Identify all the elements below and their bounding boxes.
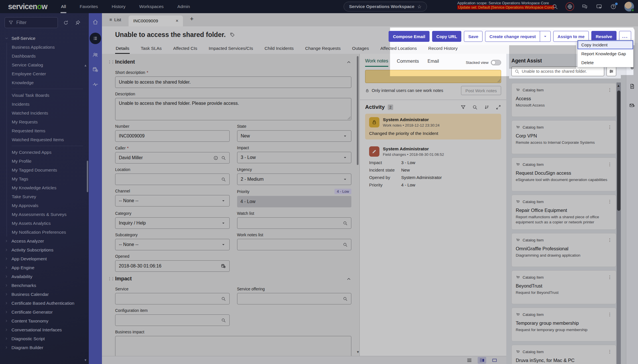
sidebar-item[interactable]: Visual Task Boards (12, 91, 89, 100)
sidebar-group[interactable]: Diagnostic Script (5, 334, 89, 343)
post-worknotes-button[interactable]: Post Work notes (461, 86, 501, 95)
screen-share-button[interactable] (595, 3, 603, 10)
resize-handle[interactable] (497, 79, 500, 82)
topnav-item-favorites[interactable]: Favorites (79, 1, 99, 13)
kebab-icon[interactable]: ⋮ (608, 237, 612, 243)
kebab-icon[interactable]: ⋮ (608, 199, 612, 204)
notes-tab-email[interactable]: Email (428, 59, 439, 66)
sidebar-item[interactable]: My Connected Apps (12, 148, 89, 157)
caret-down-icon[interactable] (543, 34, 548, 39)
activity-filter-button[interactable] (460, 105, 466, 110)
catalog-item-card[interactable]: Catalog Item⋮ Request DocuSign access eS… (511, 158, 616, 191)
record-tab-task-slas[interactable]: Task SLAs (140, 43, 162, 54)
field-subcategory[interactable]: -- None -- (115, 239, 230, 250)
sidebar-group[interactable]: Access Analyzer (5, 237, 89, 245)
catalog-item-card[interactable]: Catalog Item⋮ Temporary group membership… (511, 308, 616, 341)
catalog-item-card[interactable]: Catalog Item⋮ Repair Office Equipment Re… (511, 195, 616, 230)
tab-list[interactable]: ≡List (102, 13, 129, 26)
sidebar-group[interactable]: Content Taxonomy (5, 316, 89, 325)
calendar-clock-icon[interactable] (221, 263, 226, 269)
sidebar-item[interactable]: Employee Center (12, 69, 89, 78)
sidebar-item[interactable]: Business Applications (12, 43, 89, 52)
form-scroll-down-icon[interactable]: ▼ (356, 350, 360, 354)
menu-item-copy-incident[interactable]: Copy Incident (578, 40, 633, 49)
field-caller[interactable]: David Miller (115, 152, 230, 164)
field-short-description[interactable]: Unable to access the shared folder. (115, 76, 351, 88)
field-description[interactable]: Unable to access the shared folder. Plea… (115, 98, 351, 120)
search-settings-button[interactable] (607, 66, 616, 76)
refresh-icon[interactable] (63, 20, 69, 25)
tag-icon[interactable] (230, 32, 235, 38)
field-impact[interactable]: 3 - Low (237, 152, 352, 163)
search-icon[interactable] (221, 156, 226, 160)
sidebar-group[interactable]: Diagram Builder (5, 343, 89, 352)
drag-handle-icon[interactable]: ⋮⋮ (108, 276, 114, 281)
chat-button[interactable] (581, 3, 588, 10)
form-scrollbar[interactable] (357, 56, 359, 165)
sidebar-item[interactable]: My Requests (12, 117, 89, 126)
sidebar-item[interactable]: My Assets Analytics (12, 219, 89, 228)
kebab-icon[interactable]: ⋮ (608, 125, 612, 130)
split-view-icon[interactable] (479, 357, 485, 363)
pin-icon[interactable] (75, 20, 81, 25)
servicenow-logo[interactable]: servicenow (8, 2, 47, 11)
document-icon[interactable] (629, 83, 635, 89)
record-tab-outages[interactable]: Outages (352, 43, 370, 54)
work-notes-input[interactable] (365, 70, 501, 83)
activity-search-button[interactable] (472, 105, 478, 110)
search-icon[interactable] (221, 318, 226, 323)
kebab-icon[interactable]: ⋮ (608, 312, 612, 317)
caret-down-icon[interactable] (221, 198, 226, 203)
field-urgency[interactable]: 2 - Medium (237, 174, 352, 185)
sidebar-group[interactable]: Certificate Based Authentication (5, 299, 89, 308)
catalog-item-card[interactable]: Catalog Item⋮ Access Microsoft Access (511, 83, 616, 117)
sidebar-group[interactable]: Business Calendar (5, 290, 89, 299)
user-avatar[interactable] (624, 2, 634, 11)
sidebar-scrollbar[interactable] (87, 161, 88, 192)
sidebar-item[interactable]: My Tags (12, 174, 89, 183)
topnav-item-workspaces[interactable]: Workspaces (139, 1, 164, 13)
resize-handle[interactable] (348, 117, 350, 119)
scroll-down-icon[interactable]: ▼ (84, 358, 87, 362)
sidebar-item[interactable]: My Assessments & Surveys (12, 210, 89, 219)
sidebar-item[interactable]: My Tagged Documents (12, 166, 89, 174)
topnav-item-admin[interactable]: Admin (177, 1, 190, 13)
rail-home-button[interactable] (91, 18, 100, 26)
record-tab-affected-cis[interactable]: Affected CIs (173, 43, 198, 54)
agent-assist-search-input[interactable]: Unable to access the shared folder. (511, 66, 604, 76)
field-service-offering[interactable] (237, 293, 352, 304)
action-compose-email-button[interactable]: Compose Email (389, 31, 430, 42)
notes-tab-comments[interactable]: Comments (397, 59, 419, 66)
globe-button[interactable] (566, 2, 574, 11)
field-location[interactable] (115, 174, 230, 185)
sidebar-group-self-service[interactable]: Self-Service (5, 34, 89, 43)
field-opened[interactable]: 2018-08-30 01:06:16 (115, 260, 230, 272)
catalog-item-card[interactable]: Catalog Item⋮ Druva inSync, for Mac & PC… (511, 345, 616, 364)
tag-icon[interactable] (230, 32, 235, 38)
kebab-icon[interactable]: ⋮ (608, 349, 612, 354)
catalog-item-card[interactable]: Catalog Item⋮ OmniGraffle Professional D… (511, 233, 616, 267)
sidebar-item[interactable]: My Knowledge Articles (12, 183, 89, 192)
split-view-button[interactable] (478, 357, 486, 364)
chevron-up-icon[interactable] (346, 276, 351, 282)
assist-scroll-up-icon[interactable]: ▲ (617, 84, 620, 88)
activity-sort-button[interactable] (484, 105, 489, 110)
topnav-item-history[interactable]: History (111, 1, 126, 13)
lines-icon[interactable] (466, 357, 472, 363)
topnav-item-all[interactable]: All (60, 1, 66, 13)
info-icon[interactable] (213, 156, 218, 160)
full-view-button[interactable] (490, 357, 499, 364)
search-icon[interactable] (343, 296, 348, 301)
caret-down-icon[interactable] (540, 34, 550, 39)
sidebar-item[interactable]: Watched Requested Items (12, 135, 89, 144)
record-tab-details[interactable]: Details (115, 43, 130, 54)
sidebar-group[interactable]: Availability (5, 272, 89, 281)
search-icon[interactable] (343, 242, 348, 247)
help-button[interactable] (610, 3, 617, 10)
field-number[interactable]: INC0009009 (115, 130, 230, 142)
sidebar-item[interactable]: Take Survey (12, 192, 89, 201)
expand-icon[interactable] (496, 105, 501, 110)
rail-calendar-clock-button[interactable] (91, 65, 100, 74)
notes-tab-work-notes[interactable]: Work notes (365, 58, 388, 67)
sidebar-group[interactable]: App Engine (5, 263, 89, 272)
